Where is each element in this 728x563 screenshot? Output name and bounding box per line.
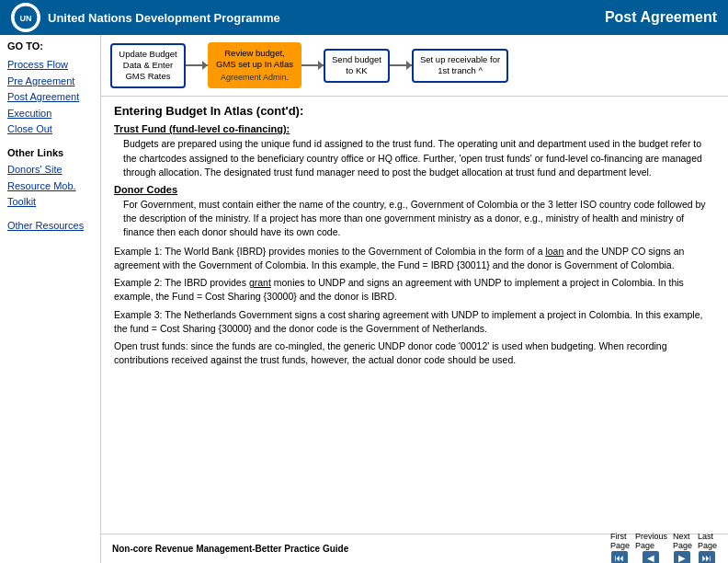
flow-box-set-up-receivable: Set up receivable for1st tranch ^ xyxy=(412,49,508,83)
flow-box-label-2: Review budget,GMS set up In Atlas xyxy=(216,48,293,69)
last-page-label: LastPage xyxy=(698,532,717,550)
trust-fund-heading: Trust Fund (fund-level co-financing): xyxy=(114,123,715,134)
last-page-nav[interactable]: LastPage ⏭ xyxy=(698,532,717,563)
sidebar-item-close-out[interactable]: Close Out xyxy=(7,121,93,138)
flow-box-sublabel-2: Agreement Admin. xyxy=(216,73,293,84)
donor-codes-heading: Donor Codes xyxy=(114,184,715,195)
previous-page-button[interactable]: ◀ xyxy=(643,551,659,563)
content-body: Entering Budget In Atlas (cont'd): Trust… xyxy=(101,97,728,534)
flow-arrow-2 xyxy=(301,64,324,66)
flow-step-4: Set up receivable for1st tranch ^ xyxy=(412,49,508,83)
page-title: Post Agreement xyxy=(605,9,717,26)
resource-mob-link[interactable]: Resource Mob. Toolkit xyxy=(7,178,93,211)
first-page-icon: ⏮ xyxy=(615,554,624,563)
donors-site-link[interactable]: Donors' Site xyxy=(7,162,93,178)
sidebar: GO TO: Process Flow Pre Agreement Post A… xyxy=(0,35,101,563)
header-logo: UN United Nations Development Programme xyxy=(11,3,280,32)
last-page-button[interactable]: ⏭ xyxy=(699,551,715,563)
sidebar-item-execution[interactable]: Execution xyxy=(7,106,93,122)
sidebar-item-process-flow[interactable]: Process Flow xyxy=(7,57,93,74)
content-area: Update BudgetData & EnterGMS Rates Revie… xyxy=(101,35,728,563)
footer-title: Non-core Revenue Management-Better Pract… xyxy=(112,544,348,554)
flow-box-update-budget: Update BudgetData & EnterGMS Rates xyxy=(110,43,186,88)
last-page-icon: ⏭ xyxy=(702,554,711,563)
goto-label: GO TO: xyxy=(7,40,93,52)
grant-underline: grant xyxy=(249,277,271,288)
footer-nav: FirstPage ⏮ PreviousPage ◀ NextPage ▶ xyxy=(610,532,717,563)
first-page-button[interactable]: ⏮ xyxy=(611,551,628,563)
flow-step-3: Send budgetto KK xyxy=(324,49,390,83)
flow-arrow-3 xyxy=(390,64,412,66)
example2-para: Example 2: The IBRD provides grant monie… xyxy=(114,276,715,304)
org-name: United Nations Development Programme xyxy=(48,11,280,25)
next-page-label: NextPage xyxy=(673,532,692,550)
next-page-nav[interactable]: NextPage ▶ xyxy=(673,532,692,563)
flow-box-label-3: Send budgetto KK xyxy=(332,54,381,75)
flow-step-2: Review budget,GMS set up In Atlas Agreem… xyxy=(208,42,301,88)
other-links-title: Other Links xyxy=(7,147,93,158)
open-trust-para: Open trust funds: since the funds are co… xyxy=(114,339,715,367)
donor-codes-para: For Government, must contain either the … xyxy=(114,198,715,240)
example3-para: Example 3: The Netherlands Government si… xyxy=(114,308,715,336)
first-page-nav[interactable]: FirstPage ⏮ xyxy=(610,532,630,563)
flow-box-label-4: Set up receivable for1st tranch ^ xyxy=(420,54,500,75)
flow-arrow-1 xyxy=(186,64,208,66)
flow-step-1: Update BudgetData & EnterGMS Rates xyxy=(110,43,186,88)
first-page-label: FirstPage xyxy=(610,532,630,550)
flow-box-review-budget: Review budget,GMS set up In Atlas Agreem… xyxy=(208,42,301,88)
example1-para: Example 1: The World Bank {IBRD} provide… xyxy=(114,245,715,272)
next-page-button[interactable]: ▶ xyxy=(674,551,690,563)
previous-page-nav[interactable]: PreviousPage ◀ xyxy=(635,532,667,563)
header: UN United Nations Development Programme … xyxy=(0,0,728,35)
previous-page-icon: ◀ xyxy=(647,554,654,563)
flow-box-send-budget: Send budgetto KK xyxy=(324,49,390,83)
flow-box-label-1: Update BudgetData & EnterGMS Rates xyxy=(119,49,176,82)
trust-fund-para: Budgets are prepared using the unique fu… xyxy=(114,137,715,179)
un-logo: UN xyxy=(11,3,40,32)
svg-text:UN: UN xyxy=(20,14,32,23)
main-layout: GO TO: Process Flow Pre Agreement Post A… xyxy=(0,35,728,563)
footer: Non-core Revenue Management-Better Pract… xyxy=(101,534,728,563)
process-flow-bar: Update BudgetData & EnterGMS Rates Revie… xyxy=(101,35,728,97)
page-heading: Entering Budget In Atlas (cont'd): xyxy=(114,104,715,118)
previous-page-label: PreviousPage xyxy=(635,532,667,550)
other-resources-link[interactable]: Other Resources xyxy=(7,218,93,235)
sidebar-nav: Process Flow Pre Agreement Post Agreemen… xyxy=(7,57,93,138)
loan-underline: loan xyxy=(545,246,563,257)
next-page-icon: ▶ xyxy=(678,554,686,563)
sidebar-item-post-agreement[interactable]: Post Agreement xyxy=(7,89,93,106)
sidebar-item-pre-agreement[interactable]: Pre Agreement xyxy=(7,74,93,90)
